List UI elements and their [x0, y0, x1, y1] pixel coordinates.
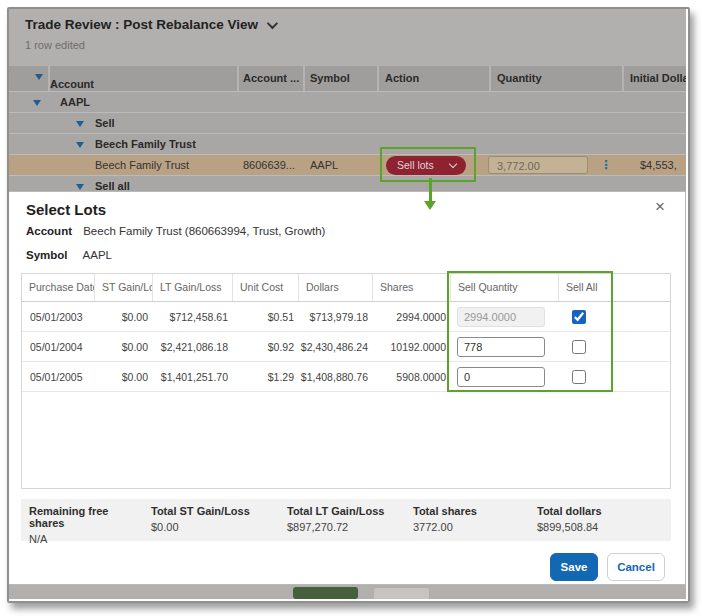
col-st-gain-loss: ST Gain/Loss [94, 274, 152, 301]
group-label: AAPL [60, 96, 90, 108]
cell-lt-gain-loss: $712,458.61 [152, 311, 232, 323]
dimmed-background-button [373, 587, 430, 599]
cell-initial-dollars: $4,553, [640, 159, 677, 171]
cell-unit-cost: $0.51 [232, 311, 298, 323]
collapse-arrow-icon[interactable] [76, 142, 84, 148]
sell-quantity-input[interactable] [457, 367, 545, 387]
cell-st-gain-loss: $0.00 [94, 341, 152, 353]
group-label: Beech Family Trust [95, 138, 196, 150]
kebab-menu-icon[interactable]: ⋮ [600, 158, 612, 172]
collapse-arrow-icon[interactable] [33, 100, 41, 106]
sort-asc-icon: ↑ [50, 78, 56, 90]
screenshot-root: Trade Review : Post Rebalance View 1 row… [0, 0, 702, 616]
sell-all-checkbox[interactable] [572, 340, 586, 354]
filter-dropdown-icon[interactable] [35, 74, 43, 80]
chevron-down-icon[interactable] [267, 18, 278, 29]
page-title: Trade Review : Post Rebalance View [25, 17, 275, 32]
col-initial-dollars[interactable]: Initial Dollar [630, 72, 686, 84]
total-dollars-value: $899,508.84 [537, 521, 598, 533]
col-purchase-date: Purchase Date [22, 274, 94, 301]
page-title-label: Trade Review : Post Rebalance View [25, 17, 258, 32]
total-shares-value: 3772.00 [413, 521, 453, 533]
lot-row: 05/01/2005 $0.00 $1,401,251.70 $1.29 $1,… [22, 362, 670, 392]
group-row-symbol: AAPL [9, 91, 686, 113]
col-lt-gain-loss: LT Gain/Loss [152, 274, 232, 301]
symbol-value: AAPL [83, 249, 112, 261]
rows-edited-status: 1 row edited [25, 39, 85, 51]
cell-st-gain-loss: $0.00 [94, 311, 152, 323]
quantity-input[interactable] [488, 156, 588, 174]
group-row-action: Sell [9, 112, 686, 134]
cell-symbol: AAPL [310, 159, 338, 171]
col-sell-quantity: Sell Quantity [450, 274, 558, 301]
cell-purchase-date: 05/01/2003 [22, 311, 94, 323]
cell-lt-gain-loss: $2,421,086.18 [152, 341, 232, 353]
sell-all-checkbox[interactable] [572, 310, 586, 324]
sell-quantity-input[interactable] [457, 337, 545, 357]
select-lots-modal: Select Lots × Account Beech Family Trust… [8, 191, 686, 585]
remaining-shares-label: Remaining free shares [29, 505, 143, 529]
col-unit-cost: Unit Cost [232, 274, 298, 301]
symbol-label: Symbol [26, 249, 80, 261]
cell-shares: 5908.0000 [372, 371, 450, 383]
account-info-row: Account Beech Family Trust (860663994, T… [26, 225, 325, 237]
cell-unit-cost: $0.92 [232, 341, 298, 353]
lots-table: Purchase Date ST Gain/Loss LT Gain/Loss … [21, 273, 671, 489]
lots-table-header: Purchase Date ST Gain/Loss LT Gain/Loss … [22, 274, 670, 302]
modal-actions: Save Cancel [550, 553, 665, 581]
cell-shares: 10192.0000 [372, 341, 450, 353]
total-lt-value: $897,270.72 [287, 521, 348, 533]
cell-shares: 2994.0000 [372, 311, 450, 323]
save-button[interactable]: Save [550, 553, 598, 581]
col-action[interactable]: Action [385, 72, 419, 84]
group-label: Sell [95, 117, 115, 129]
col-symbol[interactable]: Symbol [310, 72, 350, 84]
col-sell-all: Sell All [558, 274, 614, 301]
total-dollars-label: Total dollars [537, 505, 671, 517]
sell-all-checkbox[interactable] [572, 370, 586, 384]
annotation-arrow-head [424, 201, 436, 210]
cell-dollars: $1,408,880.76 [298, 371, 372, 383]
modal-title: Select Lots [26, 201, 106, 218]
lot-row: 05/01/2003 $0.00 $712,458.61 $0.51 $713,… [22, 302, 670, 332]
cell-lt-gain-loss: $1,401,251.70 [152, 371, 232, 383]
cell-purchase-date: 05/01/2005 [22, 371, 94, 383]
chevron-down-icon [449, 160, 457, 168]
sell-quantity-input[interactable] [457, 307, 545, 327]
sell-lots-dropdown[interactable]: Sell lots [386, 156, 466, 175]
cell-purchase-date: 05/01/2004 [22, 341, 94, 353]
col-quantity[interactable]: Quantity [497, 72, 542, 84]
remaining-shares-value: N/A [29, 533, 47, 545]
lot-row: 05/01/2004 $0.00 $2,421,086.18 $0.92 $2,… [22, 332, 670, 362]
total-shares-label: Total shares [413, 505, 529, 517]
grid-header: Account Name ↑ Account ... Symbol Action… [9, 66, 686, 91]
total-st-value: $0.00 [151, 521, 179, 533]
cell-dollars: $713,979.18 [298, 311, 372, 323]
account-value: Beech Family Trust (860663994, Trust, Gr… [83, 225, 325, 237]
annotation-arrow [429, 178, 432, 202]
cancel-button[interactable]: Cancel [607, 553, 665, 581]
cell-account-number: 8606639... [243, 159, 295, 171]
collapse-arrow-icon[interactable] [76, 121, 84, 127]
selected-trade-row[interactable]: Beech Family Trust 8606639... AAPL Sell … [9, 154, 686, 175]
dimmed-background-button [293, 587, 358, 599]
total-lt-label: Total LT Gain/Loss [287, 505, 405, 517]
collapse-arrow-icon[interactable] [76, 184, 84, 190]
col-dollars: Dollars [298, 274, 372, 301]
totals-bar: Remaining free sharesN/A Total ST Gain/L… [21, 499, 671, 541]
cell-unit-cost: $1.29 [232, 371, 298, 383]
cell-dollars: $2,430,486.24 [298, 341, 372, 353]
symbol-info-row: Symbol AAPL [26, 249, 112, 261]
total-st-label: Total ST Gain/Loss [151, 505, 279, 517]
group-row-account: Beech Family Trust [9, 133, 686, 155]
close-icon[interactable]: × [655, 198, 665, 215]
cell-account-name: Beech Family Trust [95, 159, 189, 171]
cell-st-gain-loss: $0.00 [94, 371, 152, 383]
col-shares: Shares [372, 274, 450, 301]
col-account-number[interactable]: Account ... [243, 72, 299, 84]
account-label: Account [26, 225, 80, 237]
